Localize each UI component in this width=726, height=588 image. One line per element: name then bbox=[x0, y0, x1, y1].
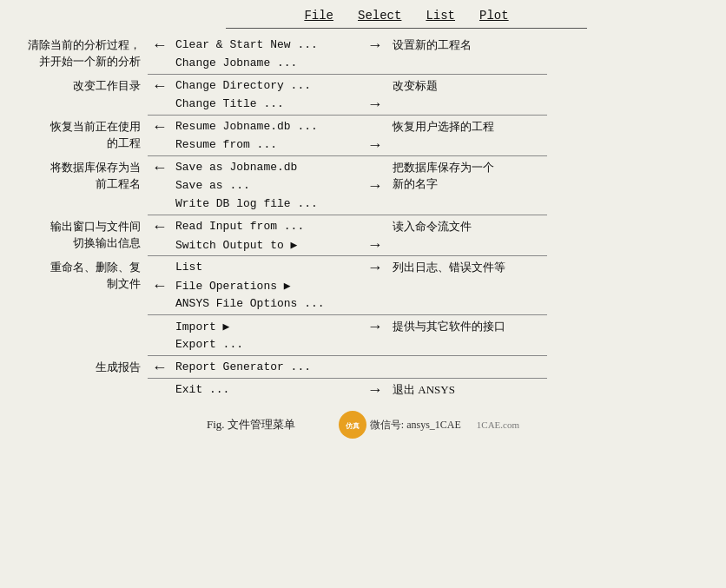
arrow-left-icon bbox=[148, 336, 172, 353]
arrow-right-icon bbox=[363, 295, 387, 313]
menu-row: ←Resume Jobname.db ... bbox=[148, 117, 387, 135]
footer-brand-text: 微信号: ansys_1CAE bbox=[370, 418, 461, 433]
arrow-left-icon bbox=[148, 136, 172, 154]
menu-row: ←Save as Jobname.db bbox=[148, 158, 387, 176]
menu-row: ←Report Generator ... bbox=[148, 358, 387, 376]
menu-item-text: List bbox=[172, 261, 363, 274]
menu-item-text: ANSYS File Options ... bbox=[172, 297, 363, 310]
arrow-right-icon bbox=[363, 218, 387, 235]
right-annotation-group9: 退出 ANSYS bbox=[387, 380, 561, 399]
arrow-right-icon: → bbox=[363, 236, 387, 254]
arrow-right-icon: → bbox=[363, 177, 387, 195]
menu-item-text: Change Title ... bbox=[172, 97, 363, 110]
arrow-left-icon: ← bbox=[148, 218, 172, 235]
page-container: File Select List Plot 清除当前的分析过程， 并开始一个新的… bbox=[0, 0, 726, 588]
menu-item-text: Report Generator ... bbox=[172, 360, 363, 373]
arrow-right-icon: → bbox=[363, 381, 387, 399]
logo-icon: 仿真 bbox=[339, 411, 366, 439]
menu-row: Import ▶→ bbox=[148, 317, 387, 335]
menu-row: Exit ...→ bbox=[148, 380, 387, 399]
menu-row: Save as ...→ bbox=[148, 176, 387, 195]
menu-row: Change Title ...→ bbox=[148, 95, 387, 113]
menu-item-text: Save as Jobname.db bbox=[172, 161, 363, 174]
footer: Fig. 文件管理菜单 仿真 微信号: ansys_1CAE 1CAE.com bbox=[0, 407, 726, 442]
arrow-right-icon bbox=[363, 195, 387, 213]
arrow-left-icon bbox=[148, 259, 172, 276]
menu-select[interactable]: Select bbox=[358, 9, 401, 23]
group-group5: 输出窗口与文件间 切换输出信息←Read Input from ... Swit… bbox=[0, 217, 726, 254]
arrow-left-icon bbox=[148, 236, 172, 254]
arrow-left-icon: ← bbox=[148, 77, 172, 95]
menu-row: ANSYS File Options ... bbox=[148, 294, 387, 313]
menu-item-text: Switch Output to ▶ bbox=[172, 238, 363, 252]
menu-bar: File Select List Plot bbox=[226, 9, 587, 29]
divider bbox=[148, 74, 547, 75]
group-group2: 改变工作目录←Change Directory ... Change Title… bbox=[0, 76, 726, 113]
menu-item-text: Change Jobname ... bbox=[172, 56, 363, 69]
arrow-right-icon bbox=[363, 118, 387, 135]
left-annotation-group6: 重命名、删除、复 制文件 bbox=[0, 258, 148, 293]
right-annotation-group4: 把数据库保存为一个 新的名字 bbox=[387, 158, 561, 193]
footer-title: Fig. 文件管理菜单 bbox=[207, 417, 295, 433]
arrow-left-icon: ← bbox=[148, 359, 172, 376]
group-group3: 恢复当前正在使用 的工程←Resume Jobname.db ... Resum… bbox=[0, 117, 726, 154]
menu-item-text: Import ▶ bbox=[172, 320, 363, 334]
right-annotation-group8 bbox=[387, 358, 561, 360]
menu-file[interactable]: File bbox=[304, 9, 333, 23]
arrow-right-icon bbox=[363, 55, 387, 72]
menu-row: Change Jobname ... bbox=[148, 54, 387, 72]
menu-list[interactable]: List bbox=[426, 9, 455, 23]
menu-item-text: Clear & Start New ... bbox=[172, 38, 363, 51]
left-annotation-group1: 清除当前的分析过程， 并开始一个新的分析 bbox=[0, 36, 148, 70]
menu-row: ←File Operations ▶ bbox=[148, 276, 387, 294]
menu-row: Switch Output to ▶→ bbox=[148, 235, 387, 254]
right-annotation-group7: 提供与其它软件的接口 bbox=[387, 317, 561, 335]
arrow-right-icon bbox=[363, 77, 387, 95]
menu-row: List→ bbox=[148, 258, 387, 276]
arrow-left-icon: ← bbox=[148, 36, 172, 54]
right-annotation-group2: 改变标题 bbox=[387, 76, 561, 95]
menu-row: Write DB log file ... bbox=[148, 195, 387, 213]
right-annotation-group1: 设置新的工程名 bbox=[387, 36, 561, 54]
left-annotation-group9 bbox=[0, 380, 148, 382]
divider bbox=[148, 355, 547, 356]
menu-item-text: Resume Jobname.db ... bbox=[172, 120, 363, 133]
arrow-right-icon bbox=[363, 359, 387, 376]
arrow-left-icon bbox=[148, 295, 172, 313]
menu-row: Export ... bbox=[148, 335, 387, 353]
footer-site: 1CAE.com bbox=[477, 420, 519, 430]
divider bbox=[148, 378, 547, 379]
menu-row: ←Read Input from ... bbox=[148, 217, 387, 235]
arrow-right-icon: → bbox=[363, 136, 387, 154]
group-group9: Exit ...→退出 ANSYS bbox=[0, 380, 726, 399]
footer-logo: 仿真 微信号: ansys_1CAE bbox=[339, 411, 461, 439]
menu-item-text: Write DB log file ... bbox=[172, 197, 363, 210]
left-annotation-group7 bbox=[0, 317, 148, 319]
menu-item-text: Save as ... bbox=[172, 179, 363, 192]
arrow-right-icon: → bbox=[363, 36, 387, 54]
arrow-left-icon bbox=[148, 55, 172, 72]
group-group7: Import ▶→ Export ... 提供与其它软件的接口 bbox=[0, 317, 726, 353]
left-annotation-group2: 改变工作目录 bbox=[0, 76, 148, 95]
menu-item-text: Read Input from ... bbox=[172, 220, 363, 233]
left-annotation-group4: 将数据库保存为当 前工程名 bbox=[0, 158, 148, 193]
svg-text:仿真: 仿真 bbox=[345, 422, 360, 430]
group-group6: 重命名、删除、复 制文件 List→←File Operations ▶ ANS… bbox=[0, 258, 726, 313]
menu-plot[interactable]: Plot bbox=[479, 9, 509, 23]
divider bbox=[148, 255, 547, 256]
menu-row: ←Change Directory ... bbox=[148, 76, 387, 95]
right-annotation-group3: 恢复用户选择的工程 bbox=[387, 117, 561, 135]
arrow-right-icon: → bbox=[363, 259, 387, 276]
arrow-right-icon: → bbox=[363, 318, 387, 335]
right-annotation-group5: 读入命令流文件 bbox=[387, 217, 561, 235]
arrow-left-icon bbox=[148, 318, 172, 335]
menu-item-text: Exit ... bbox=[172, 383, 363, 396]
arrow-right-icon: → bbox=[363, 96, 387, 113]
menu-item-text: Resume from ... bbox=[172, 138, 363, 151]
arrow-left-icon: ← bbox=[148, 159, 172, 176]
arrow-left-icon: ← bbox=[148, 277, 172, 294]
menu-row: Resume from ...→ bbox=[148, 135, 387, 154]
menu-item-text: Change Directory ... bbox=[172, 79, 363, 92]
right-annotation-group6: 列出日志、错误文件等 bbox=[387, 258, 561, 276]
arrow-right-icon bbox=[363, 277, 387, 294]
